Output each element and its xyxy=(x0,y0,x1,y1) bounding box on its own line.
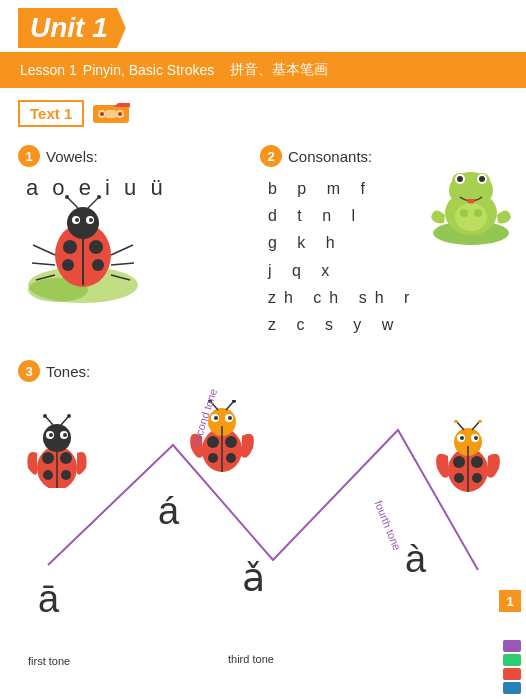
vowels-number: 1 xyxy=(18,145,40,167)
first-tone-char: ā xyxy=(38,578,59,621)
svg-point-61 xyxy=(225,436,237,448)
svg-marker-6 xyxy=(114,103,130,107)
consonants-row-4: j q x xyxy=(268,257,520,284)
svg-point-67 xyxy=(228,416,232,420)
header-banner: Unit 1 Lesson 1 Pinyin, Basic Strokes 拼音… xyxy=(0,0,526,90)
svg-line-83 xyxy=(457,422,464,430)
second-tone-char: á xyxy=(158,490,179,533)
fourth-tone-char: à xyxy=(405,538,426,581)
lesson-chinese: 拼音、基本笔画 xyxy=(230,61,328,79)
svg-point-13 xyxy=(89,240,103,254)
vowels-section: 1 Vowels: a o e i u ü xyxy=(18,145,248,201)
third-tone-char: ǎ xyxy=(242,556,265,600)
svg-line-27 xyxy=(111,245,133,255)
color-tabs xyxy=(503,640,521,694)
tones-label: Tones: xyxy=(46,363,90,380)
svg-point-2 xyxy=(100,112,104,116)
color-tab-red xyxy=(503,668,521,680)
svg-line-55 xyxy=(61,417,68,425)
tones-number: 3 xyxy=(18,360,40,382)
svg-line-28 xyxy=(111,263,134,265)
svg-point-39 xyxy=(455,203,487,231)
svg-line-24 xyxy=(33,245,55,255)
svg-point-52 xyxy=(63,433,67,437)
lesson-title: Pinyin, Basic Strokes xyxy=(83,62,215,78)
svg-point-40 xyxy=(460,209,468,217)
svg-point-19 xyxy=(89,218,93,222)
unit-label: Unit 1 xyxy=(18,8,126,48)
lesson-number: Lesson 1 xyxy=(20,62,77,78)
ladybug-first-tone xyxy=(20,413,95,488)
svg-line-53 xyxy=(46,417,53,425)
color-tab-blue xyxy=(503,682,521,694)
svg-point-51 xyxy=(49,433,53,437)
frog-image xyxy=(426,155,516,245)
svg-point-4 xyxy=(118,112,122,116)
vowels-label: Vowels: xyxy=(46,148,98,165)
svg-point-41 xyxy=(474,209,482,217)
svg-line-70 xyxy=(226,402,233,410)
svg-point-37 xyxy=(457,176,463,182)
ladybug-vowels xyxy=(18,195,148,305)
svg-point-60 xyxy=(207,436,219,448)
first-tone-label: first tone xyxy=(28,655,70,667)
svg-point-82 xyxy=(474,436,478,440)
svg-point-48 xyxy=(61,470,71,480)
third-tone-label: third tone xyxy=(228,653,274,665)
svg-rect-5 xyxy=(106,110,116,118)
svg-point-81 xyxy=(460,436,464,440)
tones-title: 3 Tones: xyxy=(18,360,526,382)
text-button[interactable]: Text 1 xyxy=(18,100,84,127)
svg-point-63 xyxy=(226,453,236,463)
svg-point-75 xyxy=(453,456,465,468)
svg-point-12 xyxy=(63,240,77,254)
svg-point-46 xyxy=(60,452,72,464)
consonants-number: 2 xyxy=(260,145,282,167)
svg-point-45 xyxy=(42,452,54,464)
tones-section: 3 Tones: xyxy=(18,360,526,386)
svg-point-77 xyxy=(454,473,464,483)
svg-line-20 xyxy=(68,198,78,208)
lesson-bar: Lesson 1 Pinyin, Basic Strokes 拼音、基本笔画 xyxy=(0,52,526,88)
svg-point-62 xyxy=(208,453,218,463)
svg-point-18 xyxy=(75,218,79,222)
svg-line-25 xyxy=(32,263,55,265)
svg-point-38 xyxy=(479,176,485,182)
consonants-label: Consonants: xyxy=(288,148,372,165)
page-number: 1 xyxy=(499,590,521,612)
svg-point-47 xyxy=(43,470,53,480)
vowels-title: 1 Vowels: xyxy=(18,145,248,167)
svg-line-85 xyxy=(472,422,479,430)
color-tab-green xyxy=(503,654,521,666)
svg-line-22 xyxy=(88,198,98,208)
color-tab-purple xyxy=(503,640,521,652)
ladybug-fourth-tone xyxy=(431,420,506,495)
svg-point-23 xyxy=(97,195,101,199)
svg-point-21 xyxy=(65,195,69,199)
svg-point-76 xyxy=(471,456,483,468)
consonants-row-6: z c s y w xyxy=(268,311,520,338)
svg-point-14 xyxy=(62,259,74,271)
consonants-row-5: zh ch sh r xyxy=(268,284,520,311)
svg-point-56 xyxy=(67,414,71,418)
svg-point-78 xyxy=(472,473,482,483)
svg-point-66 xyxy=(214,416,218,420)
text-button-area: Text 1 xyxy=(18,100,130,127)
svg-point-15 xyxy=(92,259,104,271)
svg-point-54 xyxy=(43,414,47,418)
audio-icon[interactable] xyxy=(92,103,130,125)
